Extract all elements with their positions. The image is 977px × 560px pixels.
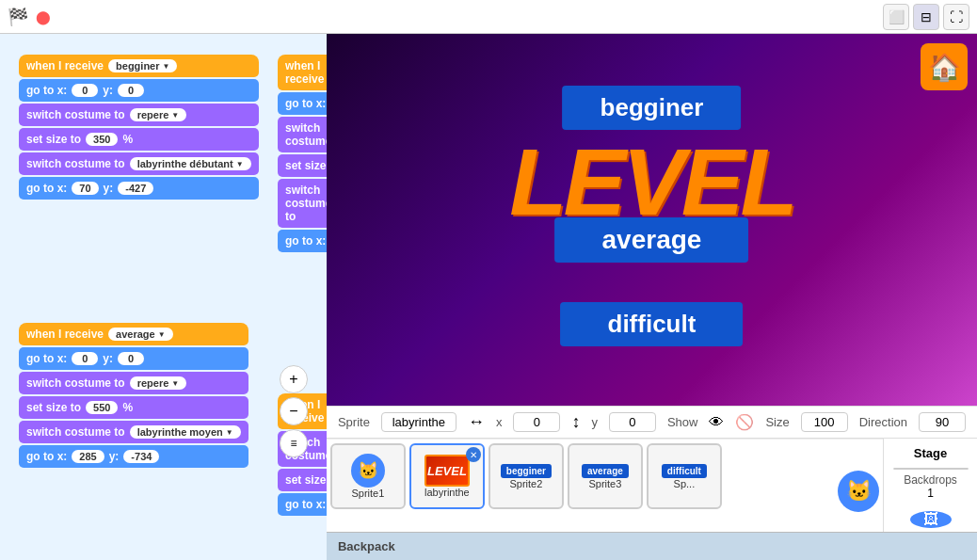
main-content: when I receive begginer go to x: 0 y: 0 …	[0, 34, 977, 560]
stop-button[interactable]: ⬤	[36, 9, 51, 24]
block-goto-diff-2[interactable]: go to x: 144 y: -980	[278, 230, 327, 252]
sprite-thumb-sprite3[interactable]: average Sprite3	[568, 443, 643, 509]
block-goto-avg-1[interactable]: go to x: 0 y: 0	[19, 347, 248, 370]
dropdown-costume-1[interactable]: repere	[130, 108, 187, 121]
sprite4-image: difficult	[662, 464, 707, 478]
sprite-label: Sprite	[338, 415, 370, 429]
bottom-section: 🐱 Sprite1 ✕ LEVEL labyrinthe begginer Sp…	[327, 439, 977, 532]
home-button[interactable]: 🏠	[921, 43, 968, 90]
code-panel: when I receive begginer go to x: 0 y: 0 …	[0, 34, 327, 560]
layout-controls: ⬜ ⊟ ⛶	[883, 4, 969, 30]
block-when-receive-begginer[interactable]: when I receive begginer	[19, 55, 259, 77]
block-group-begginer: when I receive begginer go to x: 0 y: 0 …	[19, 53, 259, 201]
sprite1-label: Sprite1	[351, 488, 384, 499]
block-group-difficult: LEVEL when I receive difficult go to x: …	[278, 53, 327, 254]
block-set-size-diff[interactable]: set size to 700 %	[278, 154, 327, 177]
block-when-receive-average[interactable]: when I receive average	[19, 323, 248, 345]
y-input[interactable]	[609, 412, 656, 432]
sprite-thumb-sprite4[interactable]: difficult Sp...	[647, 443, 722, 509]
add-sprite-area: 🐱	[838, 443, 879, 528]
sprite3-label: Sprite3	[588, 478, 621, 489]
zoom-controls: + − ≡	[280, 365, 308, 457]
arrow-icon: ↔	[468, 412, 485, 432]
block-set-size-menu[interactable]: set size to 100 %	[278, 469, 327, 491]
y-arrow-icon: ↕	[571, 412, 580, 432]
block-switch-costume-2[interactable]: switch costume to labyrinthe débutant	[19, 152, 259, 175]
direction-label: Direction	[859, 415, 907, 429]
block-switch-costume-diff-2[interactable]: switch costume to labyrinthe difficile	[278, 179, 327, 228]
show-label: Show	[667, 415, 698, 429]
backdrops-label: Backdrops	[904, 473, 957, 487]
x-label: x	[496, 415, 503, 429]
block-goto-menu-2[interactable]: go to x: 0 y: 0	[278, 493, 327, 516]
eye-visible-button[interactable]: 👁	[709, 414, 724, 431]
dropdown-begginer[interactable]: begginer	[108, 59, 177, 72]
add-sprite-button[interactable]: 🐱	[838, 471, 879, 512]
size-label: Size	[765, 415, 789, 429]
backpack-bar[interactable]: Backpack	[327, 532, 977, 560]
zoom-reset-button[interactable]: ≡	[280, 429, 308, 457]
green-flag-button[interactable]: 🏁	[8, 7, 28, 27]
sprite-tray: 🐱 Sprite1 ✕ LEVEL labyrinthe begginer Sp…	[327, 439, 883, 532]
y-label: y	[591, 415, 598, 429]
layout-btn-3[interactable]: ⛶	[943, 4, 969, 30]
backdrop-thumbnail	[893, 468, 969, 470]
zoom-in-button[interactable]: +	[280, 365, 308, 393]
dropdown-costume-avg-2[interactable]: labyrinthe moyen	[130, 425, 241, 439]
stage-canvas: begginer LEVEL average difficult 🏠	[327, 34, 977, 406]
sprite2-image: begginer	[501, 464, 552, 478]
block-switch-costume-avg-1[interactable]: switch costume to repere	[19, 372, 248, 394]
stage-panel: begginer LEVEL average difficult 🏠 Sprit…	[327, 34, 977, 560]
stage-average-label: average	[555, 217, 749, 263]
sprite1-image: 🐱	[351, 454, 385, 488]
backpack-label: Backpack	[338, 539, 395, 553]
layout-btn-2[interactable]: ⊟	[913, 4, 939, 30]
block-switch-costume-diff-1[interactable]: switch costume to repere	[278, 117, 327, 152]
block-set-size-avg[interactable]: set size to 550 %	[19, 396, 248, 419]
block-switch-costume-1[interactable]: switch costume to repere	[19, 104, 259, 126]
block-group-average: when I receive average go to x: 0 y: 0 s…	[19, 321, 248, 470]
zoom-out-button[interactable]: −	[280, 397, 308, 425]
right-panel: Stage Backdrops 1 🖼	[883, 439, 977, 532]
layout-btn-1[interactable]: ⬜	[883, 4, 909, 30]
sprite4-label: Sp...	[674, 478, 696, 489]
dropdown-costume-avg-1[interactable]: repere	[130, 376, 187, 390]
block-goto-avg-2[interactable]: go to x: 285 y: -734	[19, 445, 248, 468]
backdrops-count: 1	[927, 487, 934, 500]
eye-hidden-button[interactable]: 🚫	[735, 413, 754, 431]
block-label: when I receive	[285, 59, 327, 86]
block-switch-costume-avg-2[interactable]: switch costume to labyrinthe moyen	[19, 421, 248, 443]
dropdown-costume-2[interactable]: labyrinthe débutant	[130, 157, 251, 170]
direction-input[interactable]	[919, 412, 966, 432]
stage-title-begginer: begginer	[563, 86, 742, 130]
size-input[interactable]	[801, 412, 848, 432]
block-goto-2[interactable]: go to x: 70 y: -427	[19, 177, 259, 200]
stage-difficult-label: difficult	[561, 302, 744, 346]
sprite2-label: Sprite2	[509, 478, 542, 489]
delete-sprite-button[interactable]: ✕	[466, 447, 481, 462]
top-bar: 🏁 ⬤ ⬜ ⊟ ⛶	[0, 0, 977, 34]
sprite-thumb-sprite1[interactable]: 🐱 Sprite1	[330, 443, 406, 509]
x-input[interactable]	[513, 412, 560, 432]
block-when-receive-difficult[interactable]: when I receive difficult	[278, 55, 327, 90]
labyrinthe-image: LEVEL	[424, 455, 470, 487]
dropdown-average[interactable]: average	[108, 328, 173, 341]
sprite-thumb-sprite2[interactable]: begginer Sprite2	[488, 443, 564, 509]
block-label: when I receive	[26, 328, 104, 341]
block-goto-diff-1[interactable]: go to x: 0 y: 0	[278, 92, 327, 115]
sprite3-image: average	[582, 464, 629, 478]
block-label: when I receive	[26, 59, 104, 72]
sprite-info-bar: Sprite ↔ x ↕ y Show 👁 🚫 Size Direction	[327, 406, 977, 439]
sprite-name-input[interactable]	[381, 412, 456, 432]
labyrinthe-label: labyrinthe	[424, 487, 470, 498]
sprite-thumb-labyrinthe[interactable]: ✕ LEVEL labyrinthe	[409, 443, 485, 509]
stage-panel-title: Stage	[914, 446, 947, 460]
add-backdrop-button[interactable]: 🖼	[910, 511, 952, 528]
block-set-size-1[interactable]: set size to 350 %	[19, 128, 259, 151]
block-goto-1[interactable]: go to x: 0 y: 0	[19, 79, 259, 102]
